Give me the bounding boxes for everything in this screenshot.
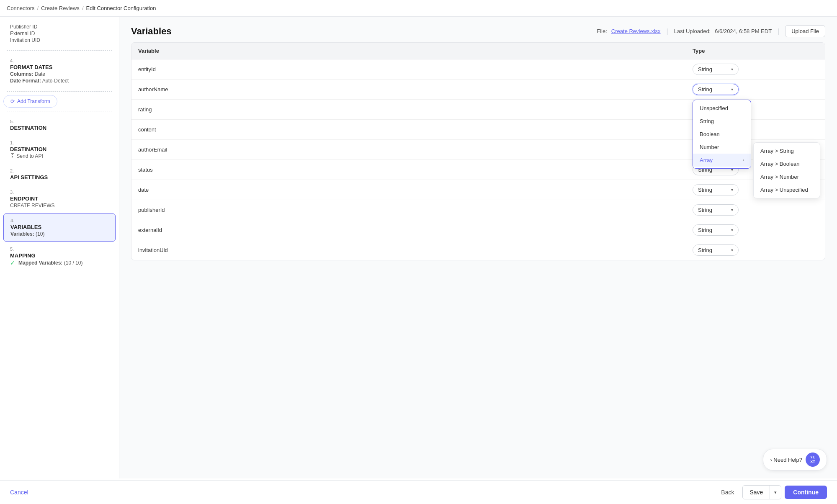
divider-1	[7, 50, 112, 51]
submenu-item-array-unspecified[interactable]: Array > Unspecified	[754, 183, 820, 196]
submenu-item-array-boolean[interactable]: Array > Boolean	[754, 157, 820, 170]
check-icon: ✓	[10, 260, 15, 266]
submenu-item-array-string[interactable]: Array > String	[754, 144, 820, 157]
invitation-uid-type-wrapper: String ▾	[693, 244, 818, 256]
cancel-button[interactable]: Cancel	[10, 486, 28, 499]
table-row: authorName String ▾ Unspecified String B…	[131, 80, 825, 100]
mapping-status: ✓ Mapped Variables: (10 / 10)	[10, 260, 109, 266]
var-author-email: authorEmail	[138, 147, 693, 153]
breadcrumb-sep-2: /	[82, 5, 84, 11]
external-id-type-label: String	[698, 227, 712, 233]
divider-3	[7, 111, 112, 111]
breadcrumb-create-reviews[interactable]: Create Reviews	[41, 5, 80, 11]
table-header: Variable Type	[131, 43, 825, 59]
need-help-label: › Need Help?	[770, 457, 802, 463]
need-help-button[interactable]: › Need Help? YEXT	[763, 449, 827, 471]
save-group: Save ▾	[742, 485, 781, 499]
transform-icon: ⟳	[10, 98, 15, 104]
invitation-uid-type-label: String	[698, 247, 712, 253]
dest-step-1-num: 1.	[10, 140, 109, 145]
footer: Cancel Back Save ▾ Continue	[0, 480, 837, 504]
divider-2	[7, 91, 112, 92]
step-5-title-a: DESTINATION	[10, 125, 109, 131]
entity-id-type-wrapper: String ▾	[693, 64, 818, 75]
var-external-id: externalId	[138, 227, 693, 233]
last-uploaded-label: Last Uploaded:	[674, 28, 711, 34]
entity-id-type-label: String	[698, 66, 712, 72]
header-right: File: Create Reviews.xlsx | Last Uploade…	[597, 25, 825, 37]
pipe-1: |	[667, 28, 668, 35]
external-id-type-dropdown[interactable]: String ▾	[693, 224, 739, 236]
col-publisher-id: Publisher ID	[10, 23, 112, 30]
col-external-id: External ID	[10, 30, 112, 37]
sidebar-step-api-settings[interactable]: 2. API SETTINGS	[3, 164, 116, 185]
chevron-right-icon: ›	[743, 158, 744, 162]
api-step-2-num: 2.	[10, 168, 109, 173]
table-row: date String ▾	[131, 180, 825, 200]
api-step-2-title: API SETTINGS	[10, 174, 109, 180]
dropdown-item-string[interactable]: String	[693, 115, 751, 128]
col-header-variable: Variable	[138, 48, 693, 54]
dropdown-item-boolean[interactable]: Boolean	[693, 128, 751, 141]
invitation-uid-type-dropdown[interactable]: String ▾	[693, 244, 739, 256]
var-content: content	[138, 126, 693, 133]
variables-table: Variable Type entityId String ▾ authorNa…	[131, 42, 825, 260]
submenu-item-array-number[interactable]: Array > Number	[754, 170, 820, 183]
step-4-date-format: Date Format: Auto-Detect	[10, 78, 109, 84]
footer-left: Cancel	[10, 486, 28, 499]
var-date: date	[138, 187, 693, 193]
author-name-type-wrapper: String ▾ Unspecified String Boolean Numb…	[693, 84, 818, 95]
chevron-down-icon: ▾	[731, 188, 733, 192]
upload-file-button[interactable]: Upload File	[785, 25, 825, 37]
file-label: File:	[597, 28, 607, 34]
table-row: publisherId String ▾	[131, 200, 825, 220]
add-transform-button[interactable]: ⟳ Add Transform	[3, 95, 57, 108]
entity-id-type-dropdown[interactable]: String ▾	[693, 64, 739, 75]
dropdown-item-number[interactable]: Number	[693, 141, 751, 154]
chevron-down-icon: ▾	[731, 208, 733, 212]
column-list: Publisher ID External ID Invitation UID	[0, 22, 119, 47]
file-link[interactable]: Create Reviews.xlsx	[611, 28, 661, 34]
sidebar-step-destination-header[interactable]: 5. DESTINATION	[3, 115, 116, 135]
back-button[interactable]: Back	[716, 486, 739, 499]
chevron-down-icon: ▾	[731, 87, 733, 92]
vars-step-4-sub: Variables: (10)	[10, 231, 108, 237]
page-title: Variables	[131, 26, 172, 37]
var-author-name: authorName	[138, 86, 693, 93]
array-submenu: Array > String Array > Boolean Array > N…	[753, 142, 820, 198]
last-uploaded-value: 6/6/2024, 6:58 PM EDT	[715, 28, 772, 34]
step-5-num-a: 5.	[10, 119, 109, 124]
var-entity-id: entityId	[138, 66, 693, 72]
save-dropdown-arrow[interactable]: ▾	[770, 486, 781, 499]
dropdown-item-unspecified[interactable]: Unspecified	[693, 102, 751, 115]
dest-step-1-sub: 🗄 Send to API	[10, 153, 109, 159]
publisher-id-type-dropdown[interactable]: String ▾	[693, 204, 739, 216]
sidebar-step-mapping[interactable]: 5. MAPPING ✓ Mapped Variables: (10 / 10)	[3, 242, 116, 270]
author-name-type-label: String	[698, 86, 712, 93]
table-row: externalId String ▾	[131, 220, 825, 240]
col-header-type: Type	[693, 48, 818, 54]
breadcrumb: Connectors / Create Reviews / Edit Conne…	[0, 0, 837, 17]
external-id-type-wrapper: String ▾	[693, 224, 818, 236]
step-4-columns: Columns: Date	[10, 71, 109, 77]
table-row: entityId String ▾	[131, 59, 825, 80]
author-name-type-dropdown[interactable]: String ▾	[693, 84, 739, 95]
type-dropdown-menu: Unspecified String Boolean Number Array …	[693, 100, 751, 169]
breadcrumb-connectors[interactable]: Connectors	[7, 5, 34, 11]
save-button[interactable]: Save	[743, 486, 770, 499]
sidebar-step-format-dates[interactable]: 4. FORMAT DATES Columns: Date Date Forma…	[3, 54, 116, 88]
chevron-down-icon: ▾	[731, 67, 733, 72]
chevron-down-icon: ▾	[731, 248, 733, 252]
date-type-label: String	[698, 187, 712, 193]
date-type-dropdown[interactable]: String ▾	[693, 184, 739, 195]
continue-button[interactable]: Continue	[785, 486, 827, 499]
breadcrumb-current: Edit Connector Configuration	[86, 5, 156, 11]
help-avatar: YEXT	[806, 453, 820, 467]
sidebar-step-destination[interactable]: 1. DESTINATION 🗄 Send to API	[3, 136, 116, 163]
endpoint-step-3-title: ENDPOINT	[10, 195, 109, 202]
dropdown-item-array[interactable]: Array ›	[693, 154, 751, 167]
sidebar-step-endpoint[interactable]: 3. ENDPOINT CREATE REVIEWS	[3, 185, 116, 213]
publisher-id-type-wrapper: String ▾	[693, 204, 818, 216]
sidebar-step-variables[interactable]: 4. VARIABLES Variables: (10)	[3, 213, 116, 242]
dest-step-1-title: DESTINATION	[10, 146, 109, 152]
